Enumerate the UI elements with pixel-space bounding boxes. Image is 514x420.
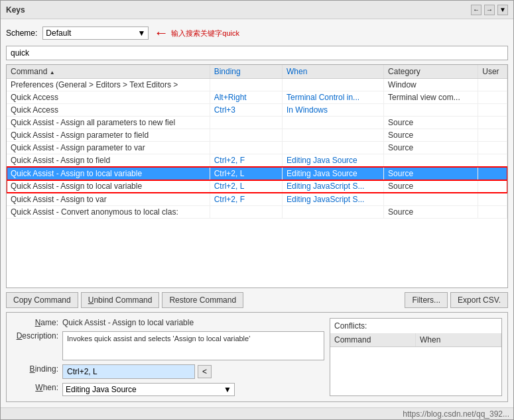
cmd-col: Quick Assist - Convert anonymous to loca… xyxy=(7,206,210,219)
table-row[interactable]: Quick Assist - Assign to local variable … xyxy=(7,180,507,193)
detail-panel: Name: Quick Assist - Assign to local var… xyxy=(6,312,508,402)
user-col xyxy=(478,117,507,129)
category-col xyxy=(384,104,478,117)
category-col: Source xyxy=(384,180,478,193)
conflicts-header: Command When xyxy=(330,333,501,347)
copy-command-button[interactable]: Copy Command xyxy=(6,292,78,308)
url-text: https://blog.csdn.net/qq_392... xyxy=(403,409,509,419)
when-label: When: xyxy=(12,383,58,392)
col-when[interactable]: When xyxy=(283,65,384,79)
when-value: Editing Java Source xyxy=(66,385,137,394)
binding-extra-btn[interactable]: < xyxy=(198,365,212,378)
category-col: Source xyxy=(384,167,478,180)
when-col: Terminal Control in... xyxy=(283,91,384,104)
user-col xyxy=(478,79,507,91)
table-row[interactable]: Quick Assist - Assign all parameters to … xyxy=(7,117,507,129)
window-title: Keys xyxy=(6,5,25,15)
col-user[interactable]: User xyxy=(478,65,507,79)
menu-btn[interactable]: ▼ xyxy=(497,5,508,15)
when-col: Editing JavaScript S... xyxy=(283,180,384,193)
cmd-col: Quick Access xyxy=(7,104,210,117)
category-col: Source xyxy=(384,117,478,129)
table-row[interactable]: Quick Assist - Assign to local variable … xyxy=(7,167,507,180)
col-category[interactable]: Category xyxy=(384,65,478,79)
table-row[interactable]: Preferences (General > Editors > Text Ed… xyxy=(7,79,507,91)
col-command[interactable]: Command ▲ xyxy=(7,65,210,79)
name-row: Name: Quick Assist - Assign to local var… xyxy=(12,318,324,327)
when-col: Editing JavaScript S... xyxy=(283,193,384,206)
cmd-col: Quick Assist - Assign to local variable xyxy=(7,180,210,193)
user-col xyxy=(478,129,507,142)
table-row[interactable]: Quick Access Ctrl+3 In Windows xyxy=(7,104,507,117)
annotation-text: 输入搜索关键字quick xyxy=(171,28,239,38)
cmd-col: Quick Assist - Assign parameter to var xyxy=(7,142,210,154)
back-btn[interactable]: ← xyxy=(471,5,482,15)
binding-col xyxy=(210,142,282,154)
description-value: Invokes quick assist and selects 'Assign… xyxy=(62,331,324,360)
table-row[interactable]: Quick Assist - Assign to var Ctrl+2, F E… xyxy=(7,193,507,206)
when-col: In Windows xyxy=(283,104,384,117)
user-col xyxy=(478,167,507,180)
category-col: Source xyxy=(384,142,478,154)
filters-button[interactable]: Filters... xyxy=(405,292,448,308)
binding-label: Binding: xyxy=(12,364,58,374)
binding-col: Ctrl+2, L xyxy=(210,167,282,180)
conflicts-inner: Conflicts: Command When xyxy=(330,319,501,395)
binding-input[interactable] xyxy=(62,364,195,379)
unbind-rest: nbind Command xyxy=(94,295,152,305)
when-col xyxy=(283,206,384,219)
category-col: Window xyxy=(384,79,478,91)
scheme-label: Scheme: xyxy=(6,28,37,38)
bottom-bar: https://blog.csdn.net/qq_392... xyxy=(1,407,513,419)
when-dropdown[interactable]: Editing Java Source ▼ xyxy=(62,383,235,396)
table-row[interactable]: Quick Assist - Convert anonymous to loca… xyxy=(7,206,507,219)
user-col xyxy=(478,104,507,117)
forward-btn[interactable]: → xyxy=(484,5,495,15)
binding-col: Alt+Right xyxy=(210,91,282,104)
cmd-col: Quick Assist - Assign to field xyxy=(7,154,210,168)
description-row: Description: Invokes quick assist and se… xyxy=(12,331,324,360)
annotation-group: ← 输入搜索关键字quick xyxy=(154,25,239,42)
user-col xyxy=(478,206,507,219)
col-binding[interactable]: Binding xyxy=(210,65,282,79)
binding-col: Ctrl+2, F xyxy=(210,193,282,206)
category-col: Terminal view com... xyxy=(384,91,478,104)
commands-table[interactable]: Command ▲ Binding When Category User Pre… xyxy=(6,64,508,288)
user-col xyxy=(478,91,507,104)
table-header: Command ▲ Binding When Category User xyxy=(7,65,507,79)
search-input[interactable] xyxy=(6,46,508,60)
table-row[interactable]: Quick Access Alt+Right Terminal Control … xyxy=(7,91,507,104)
scheme-row: Scheme: Default ▼ ← 输入搜索关键字quick xyxy=(6,25,508,42)
table-row[interactable]: Quick Assist - Assign parameter to field… xyxy=(7,129,507,142)
binding-col xyxy=(210,206,282,219)
binding-col: Ctrl+3 xyxy=(210,104,282,117)
scheme-dropdown[interactable]: Default ▼ xyxy=(42,26,149,40)
when-col xyxy=(283,79,384,91)
user-col xyxy=(478,142,507,154)
category-col: Source xyxy=(384,129,478,142)
when-col: Editing Java Source xyxy=(283,154,384,168)
when-col: Editing Java Source xyxy=(283,167,384,180)
cmd-col: Quick Assist - Assign parameter to field xyxy=(7,129,210,142)
conflicts-col-when: When xyxy=(416,333,501,346)
binding-col xyxy=(210,79,282,91)
when-col xyxy=(283,117,384,129)
keys-window: Keys ← → ▼ Scheme: Default ▼ ← 输入搜索关键字qu… xyxy=(0,0,514,420)
when-row: When: Editing Java Source ▼ xyxy=(12,383,324,396)
export-csv-button[interactable]: Export CSV. xyxy=(450,292,508,308)
conflicts-col-command: Command xyxy=(330,333,416,346)
red-arrow-icon: ← xyxy=(154,25,168,42)
name-label: Name: xyxy=(12,318,58,327)
category-col xyxy=(384,154,478,168)
search-row xyxy=(6,46,508,60)
table-row[interactable]: Quick Assist - Assign parameter to var S… xyxy=(7,142,507,154)
restore-command-button[interactable]: Restore Command xyxy=(162,292,243,308)
table-row[interactable]: Quick Assist - Assign to field Ctrl+2, F… xyxy=(7,154,507,168)
cmd-col: Quick Assist - Assign to var xyxy=(7,193,210,206)
cmd-col: Preferences (General > Editors > Text Ed… xyxy=(7,79,210,91)
conflicts-panel: Conflicts: Command When xyxy=(330,318,502,396)
user-col xyxy=(478,154,507,168)
sort-arrow-icon: ▲ xyxy=(50,70,55,76)
unbind-command-button[interactable]: Unbind Command xyxy=(81,292,160,308)
description-label: Description: xyxy=(12,331,58,341)
